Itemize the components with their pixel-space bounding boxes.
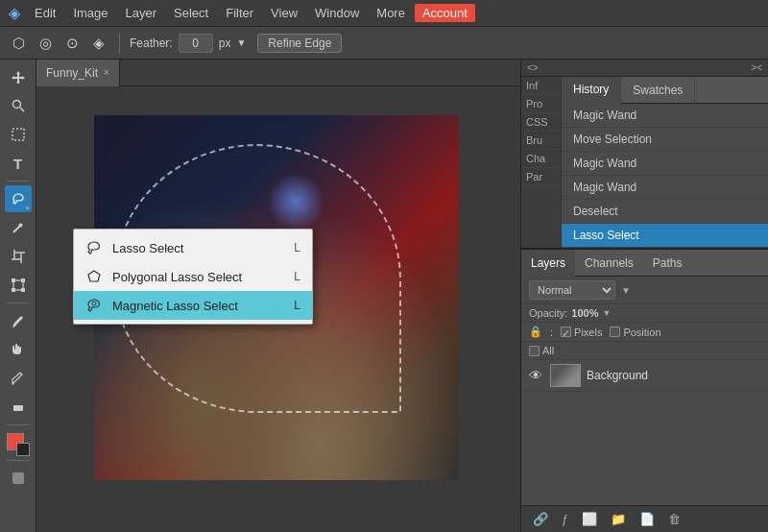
tab-channels[interactable]: Channels: [575, 250, 643, 277]
svg-rect-13: [21, 288, 25, 292]
menu-image[interactable]: Image: [65, 4, 115, 22]
position-label: Position: [623, 326, 660, 338]
menu-edit[interactable]: Edit: [27, 4, 63, 22]
feather-label: Feather:: [130, 36, 173, 50]
tab-swatches[interactable]: Swatches: [621, 77, 695, 104]
tool-separator: [7, 181, 30, 181]
svg-marker-16: [88, 271, 100, 281]
ctx-polygonal-label: Polygonal Lasso Select: [112, 270, 284, 284]
opacity-dropdown-icon[interactable]: ▼: [603, 308, 612, 318]
svg-point-17: [92, 302, 96, 305]
pixels-checkbox[interactable]: ✓ Pixels: [561, 326, 602, 338]
layers-empty-space: [521, 392, 768, 505]
menu-select[interactable]: Select: [166, 4, 216, 22]
tool-eyedropper[interactable]: [5, 307, 32, 334]
ctx-lasso-select[interactable]: Lasso Select L: [74, 233, 312, 262]
menu-window[interactable]: Window: [307, 4, 367, 22]
feather-dropdown-arrow[interactable]: ▼: [236, 37, 246, 48]
lasso-new-icon[interactable]: ⬡: [8, 33, 29, 54]
side-label-bru[interactable]: Bru: [521, 132, 561, 150]
layer-background-row[interactable]: 👁 Background: [521, 360, 768, 392]
side-label-css[interactable]: CSS: [521, 113, 561, 132]
ctx-polygonal-lasso[interactable]: Polygonal Lasso Select L: [74, 262, 312, 291]
svg-point-0: [12, 101, 20, 109]
history-item-5[interactable]: Lasso Select: [562, 224, 768, 248]
menu-account[interactable]: Account: [415, 4, 475, 22]
tool-shape[interactable]: [5, 465, 32, 492]
blend-mode-select[interactable]: Normal: [529, 280, 615, 300]
top-panel-wrapper: Inf Pro CSS Bru Cha Par History Swatches…: [521, 77, 768, 248]
side-label-par[interactable]: Par: [521, 168, 561, 186]
pixels-label: Pixels: [574, 326, 602, 338]
history-item-2[interactable]: Magic Wand: [562, 152, 768, 176]
tool-paint[interactable]: [5, 365, 32, 392]
tool-magic-wand[interactable]: [5, 214, 32, 241]
tool-rect-select[interactable]: [5, 121, 32, 148]
refine-edge-button[interactable]: Refine Edge: [257, 34, 342, 53]
color-swatch[interactable]: [7, 433, 30, 456]
side-labels-strip: Inf Pro CSS Bru Cha Par: [521, 77, 562, 248]
app-logo[interactable]: ◈: [4, 3, 25, 24]
effects-button[interactable]: ƒ: [558, 510, 572, 528]
menu-layer[interactable]: Layer: [118, 4, 165, 22]
svg-rect-10: [12, 278, 15, 282]
tool-eraser[interactable]: [5, 394, 32, 421]
menu-view[interactable]: View: [263, 4, 305, 22]
all-check-icon[interactable]: [529, 346, 540, 356]
tool-transform[interactable]: [5, 272, 32, 299]
history-item-1[interactable]: Move Selection: [562, 128, 768, 152]
side-label-cha[interactable]: Cha: [521, 150, 561, 168]
link-layers-button[interactable]: 🔗: [529, 510, 552, 528]
mask-button[interactable]: ⬜: [578, 510, 601, 528]
canvas-viewport[interactable]: Lasso Select L Polygonal Lasso Select L …: [36, 86, 520, 532]
all-row: All: [521, 342, 768, 360]
svg-line-3: [13, 226, 20, 232]
pixels-check-icon[interactable]: ✓: [561, 326, 571, 337]
panel-collapse-bar-top[interactable]: <> ><: [521, 60, 768, 77]
position-check-icon[interactable]: [610, 326, 620, 337]
tab-name: Funny_Kit: [46, 66, 98, 80]
ctx-magnetic-lasso[interactable]: Magnetic Lasso Select L: [74, 291, 312, 320]
new-group-button[interactable]: 📁: [607, 510, 630, 528]
feather-input[interactable]: [179, 34, 213, 53]
tab-history[interactable]: History: [562, 77, 621, 104]
layer-visibility-icon[interactable]: 👁: [529, 368, 542, 383]
tool-lasso[interactable]: ▼: [5, 185, 32, 212]
document-tab[interactable]: Funny_Kit ×: [36, 60, 120, 86]
collapse-right-icon: ><: [751, 62, 762, 73]
tab-bar: Funny_Kit ×: [36, 60, 520, 86]
side-label-pro[interactable]: Pro: [521, 95, 561, 113]
tab-paths[interactable]: Paths: [643, 250, 692, 277]
position-checkbox[interactable]: Position: [610, 326, 660, 338]
all-label: All: [542, 345, 554, 356]
opacity-value[interactable]: 100%: [571, 307, 598, 319]
tool-hand[interactable]: [5, 336, 32, 363]
history-item-4[interactable]: Deselect: [562, 200, 768, 224]
history-item-0[interactable]: Magic Wand: [562, 104, 768, 128]
tab-close-button[interactable]: ×: [104, 67, 109, 78]
new-layer-button[interactable]: 📄: [636, 510, 659, 528]
background-color[interactable]: [16, 443, 30, 456]
collapse-left-icon: <>: [527, 62, 539, 73]
tool-text[interactable]: T: [5, 150, 32, 177]
layer-thumbnail: [550, 364, 581, 387]
history-item-3[interactable]: Magic Wand: [562, 176, 768, 200]
lasso-subtract-icon[interactable]: ⊙: [61, 33, 83, 54]
tab-layers[interactable]: Layers: [521, 250, 575, 277]
lasso-add-icon[interactable]: ◎: [35, 33, 56, 54]
tool-zoom[interactable]: [5, 92, 32, 119]
ctx-magnetic-shortcut: L: [294, 299, 300, 312]
side-label-inf[interactable]: Inf: [521, 77, 561, 95]
tool-crop[interactable]: [5, 243, 32, 270]
opacity-label: Opacity:: [529, 307, 567, 319]
context-menu: Lasso Select L Polygonal Lasso Select L …: [73, 229, 313, 325]
lock-icon: 🔒: [529, 326, 542, 338]
blend-dropdown-icon: ▼: [621, 285, 631, 296]
menu-more[interactable]: More: [369, 4, 413, 22]
delete-layer-button[interactable]: 🗑: [664, 510, 684, 528]
menu-filter[interactable]: Filter: [218, 4, 261, 22]
tool-move[interactable]: [5, 63, 32, 90]
polygonal-lasso-icon: [85, 268, 103, 285]
lasso-intersect-icon[interactable]: ◈: [88, 33, 109, 54]
opacity-row: Opacity: 100% ▼: [521, 304, 768, 323]
